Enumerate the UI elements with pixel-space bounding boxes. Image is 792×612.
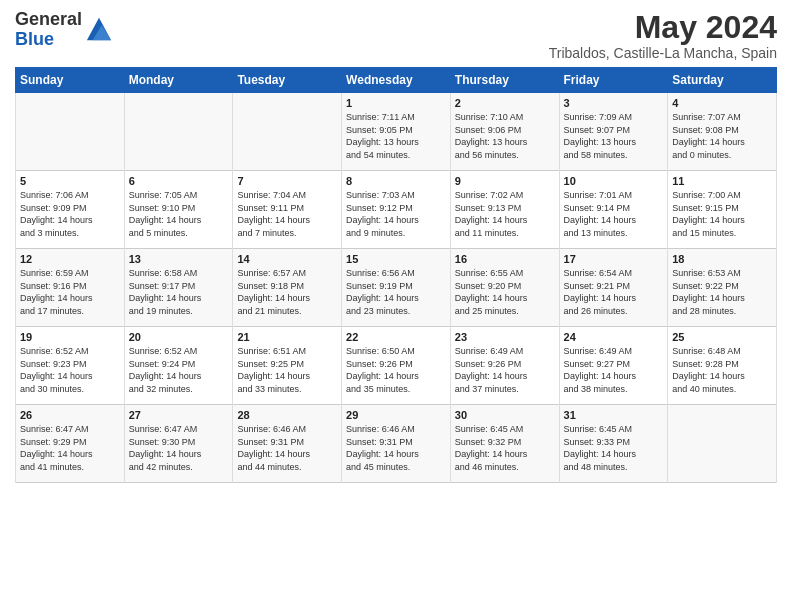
- week-row-3: 12Sunrise: 6:59 AM Sunset: 9:16 PM Dayli…: [16, 249, 777, 327]
- day-content: Sunrise: 7:05 AM Sunset: 9:10 PM Dayligh…: [129, 189, 229, 239]
- day-number: 17: [564, 253, 664, 265]
- day-number: 23: [455, 331, 555, 343]
- cell-2-0: 12Sunrise: 6:59 AM Sunset: 9:16 PM Dayli…: [16, 249, 125, 327]
- day-number: 13: [129, 253, 229, 265]
- cell-0-6: 4Sunrise: 7:07 AM Sunset: 9:08 PM Daylig…: [668, 93, 777, 171]
- col-sunday: Sunday: [16, 68, 125, 93]
- day-content: Sunrise: 7:09 AM Sunset: 9:07 PM Dayligh…: [564, 111, 664, 161]
- day-content: Sunrise: 6:45 AM Sunset: 9:33 PM Dayligh…: [564, 423, 664, 473]
- week-row-5: 26Sunrise: 6:47 AM Sunset: 9:29 PM Dayli…: [16, 405, 777, 483]
- week-row-4: 19Sunrise: 6:52 AM Sunset: 9:23 PM Dayli…: [16, 327, 777, 405]
- day-content: Sunrise: 6:52 AM Sunset: 9:23 PM Dayligh…: [20, 345, 120, 395]
- logo: General Blue: [15, 10, 113, 50]
- header-row: Sunday Monday Tuesday Wednesday Thursday…: [16, 68, 777, 93]
- day-number: 22: [346, 331, 446, 343]
- day-number: 5: [20, 175, 120, 187]
- cell-4-3: 29Sunrise: 6:46 AM Sunset: 9:31 PM Dayli…: [342, 405, 451, 483]
- day-content: Sunrise: 6:46 AM Sunset: 9:31 PM Dayligh…: [237, 423, 337, 473]
- day-number: 3: [564, 97, 664, 109]
- cell-4-0: 26Sunrise: 6:47 AM Sunset: 9:29 PM Dayli…: [16, 405, 125, 483]
- logo-icon: [85, 14, 113, 42]
- month-title: May 2024: [549, 10, 777, 45]
- cell-1-2: 7Sunrise: 7:04 AM Sunset: 9:11 PM Daylig…: [233, 171, 342, 249]
- cell-1-4: 9Sunrise: 7:02 AM Sunset: 9:13 PM Daylig…: [450, 171, 559, 249]
- day-number: 30: [455, 409, 555, 421]
- day-number: 31: [564, 409, 664, 421]
- day-number: 15: [346, 253, 446, 265]
- cell-0-3: 1Sunrise: 7:11 AM Sunset: 9:05 PM Daylig…: [342, 93, 451, 171]
- day-number: 27: [129, 409, 229, 421]
- day-content: Sunrise: 6:48 AM Sunset: 9:28 PM Dayligh…: [672, 345, 772, 395]
- cell-3-4: 23Sunrise: 6:49 AM Sunset: 9:26 PM Dayli…: [450, 327, 559, 405]
- day-content: Sunrise: 6:45 AM Sunset: 9:32 PM Dayligh…: [455, 423, 555, 473]
- week-row-1: 1Sunrise: 7:11 AM Sunset: 9:05 PM Daylig…: [16, 93, 777, 171]
- day-content: Sunrise: 6:54 AM Sunset: 9:21 PM Dayligh…: [564, 267, 664, 317]
- calendar-table: Sunday Monday Tuesday Wednesday Thursday…: [15, 67, 777, 483]
- day-number: 20: [129, 331, 229, 343]
- title-block: May 2024 Tribaldos, Castille-La Mancha, …: [549, 10, 777, 61]
- day-content: Sunrise: 7:01 AM Sunset: 9:14 PM Dayligh…: [564, 189, 664, 239]
- col-friday: Friday: [559, 68, 668, 93]
- cell-3-0: 19Sunrise: 6:52 AM Sunset: 9:23 PM Dayli…: [16, 327, 125, 405]
- cell-2-2: 14Sunrise: 6:57 AM Sunset: 9:18 PM Dayli…: [233, 249, 342, 327]
- day-number: 8: [346, 175, 446, 187]
- day-content: Sunrise: 7:02 AM Sunset: 9:13 PM Dayligh…: [455, 189, 555, 239]
- cell-3-3: 22Sunrise: 6:50 AM Sunset: 9:26 PM Dayli…: [342, 327, 451, 405]
- day-content: Sunrise: 6:49 AM Sunset: 9:27 PM Dayligh…: [564, 345, 664, 395]
- cell-1-1: 6Sunrise: 7:05 AM Sunset: 9:10 PM Daylig…: [124, 171, 233, 249]
- day-number: 29: [346, 409, 446, 421]
- day-number: 10: [564, 175, 664, 187]
- day-number: 21: [237, 331, 337, 343]
- cell-3-6: 25Sunrise: 6:48 AM Sunset: 9:28 PM Dayli…: [668, 327, 777, 405]
- cell-1-5: 10Sunrise: 7:01 AM Sunset: 9:14 PM Dayli…: [559, 171, 668, 249]
- cell-3-5: 24Sunrise: 6:49 AM Sunset: 9:27 PM Dayli…: [559, 327, 668, 405]
- cell-4-2: 28Sunrise: 6:46 AM Sunset: 9:31 PM Dayli…: [233, 405, 342, 483]
- cell-2-5: 17Sunrise: 6:54 AM Sunset: 9:21 PM Dayli…: [559, 249, 668, 327]
- page: General Blue May 2024 Tribaldos, Castill…: [0, 0, 792, 612]
- col-tuesday: Tuesday: [233, 68, 342, 93]
- day-number: 6: [129, 175, 229, 187]
- day-number: 25: [672, 331, 772, 343]
- day-number: 2: [455, 97, 555, 109]
- col-thursday: Thursday: [450, 68, 559, 93]
- cell-4-6: [668, 405, 777, 483]
- week-row-2: 5Sunrise: 7:06 AM Sunset: 9:09 PM Daylig…: [16, 171, 777, 249]
- day-number: 1: [346, 97, 446, 109]
- cell-0-0: [16, 93, 125, 171]
- cell-4-5: 31Sunrise: 6:45 AM Sunset: 9:33 PM Dayli…: [559, 405, 668, 483]
- day-number: 28: [237, 409, 337, 421]
- col-monday: Monday: [124, 68, 233, 93]
- day-content: Sunrise: 7:04 AM Sunset: 9:11 PM Dayligh…: [237, 189, 337, 239]
- cell-2-4: 16Sunrise: 6:55 AM Sunset: 9:20 PM Dayli…: [450, 249, 559, 327]
- day-number: 11: [672, 175, 772, 187]
- cell-2-3: 15Sunrise: 6:56 AM Sunset: 9:19 PM Dayli…: [342, 249, 451, 327]
- cell-0-4: 2Sunrise: 7:10 AM Sunset: 9:06 PM Daylig…: [450, 93, 559, 171]
- cell-2-6: 18Sunrise: 6:53 AM Sunset: 9:22 PM Dayli…: [668, 249, 777, 327]
- day-number: 16: [455, 253, 555, 265]
- cell-1-3: 8Sunrise: 7:03 AM Sunset: 9:12 PM Daylig…: [342, 171, 451, 249]
- day-content: Sunrise: 6:57 AM Sunset: 9:18 PM Dayligh…: [237, 267, 337, 317]
- cell-4-4: 30Sunrise: 6:45 AM Sunset: 9:32 PM Dayli…: [450, 405, 559, 483]
- day-number: 26: [20, 409, 120, 421]
- day-content: Sunrise: 7:11 AM Sunset: 9:05 PM Dayligh…: [346, 111, 446, 161]
- day-content: Sunrise: 6:58 AM Sunset: 9:17 PM Dayligh…: [129, 267, 229, 317]
- day-content: Sunrise: 6:52 AM Sunset: 9:24 PM Dayligh…: [129, 345, 229, 395]
- day-content: Sunrise: 6:46 AM Sunset: 9:31 PM Dayligh…: [346, 423, 446, 473]
- day-number: 4: [672, 97, 772, 109]
- cell-0-5: 3Sunrise: 7:09 AM Sunset: 9:07 PM Daylig…: [559, 93, 668, 171]
- day-number: 12: [20, 253, 120, 265]
- logo-general: General: [15, 10, 82, 30]
- header: General Blue May 2024 Tribaldos, Castill…: [15, 10, 777, 61]
- col-wednesday: Wednesday: [342, 68, 451, 93]
- day-content: Sunrise: 7:07 AM Sunset: 9:08 PM Dayligh…: [672, 111, 772, 161]
- day-number: 9: [455, 175, 555, 187]
- day-number: 19: [20, 331, 120, 343]
- subtitle: Tribaldos, Castille-La Mancha, Spain: [549, 45, 777, 61]
- day-content: Sunrise: 7:03 AM Sunset: 9:12 PM Dayligh…: [346, 189, 446, 239]
- day-content: Sunrise: 6:55 AM Sunset: 9:20 PM Dayligh…: [455, 267, 555, 317]
- day-content: Sunrise: 6:56 AM Sunset: 9:19 PM Dayligh…: [346, 267, 446, 317]
- day-number: 24: [564, 331, 664, 343]
- cell-3-2: 21Sunrise: 6:51 AM Sunset: 9:25 PM Dayli…: [233, 327, 342, 405]
- day-content: Sunrise: 6:51 AM Sunset: 9:25 PM Dayligh…: [237, 345, 337, 395]
- day-content: Sunrise: 7:06 AM Sunset: 9:09 PM Dayligh…: [20, 189, 120, 239]
